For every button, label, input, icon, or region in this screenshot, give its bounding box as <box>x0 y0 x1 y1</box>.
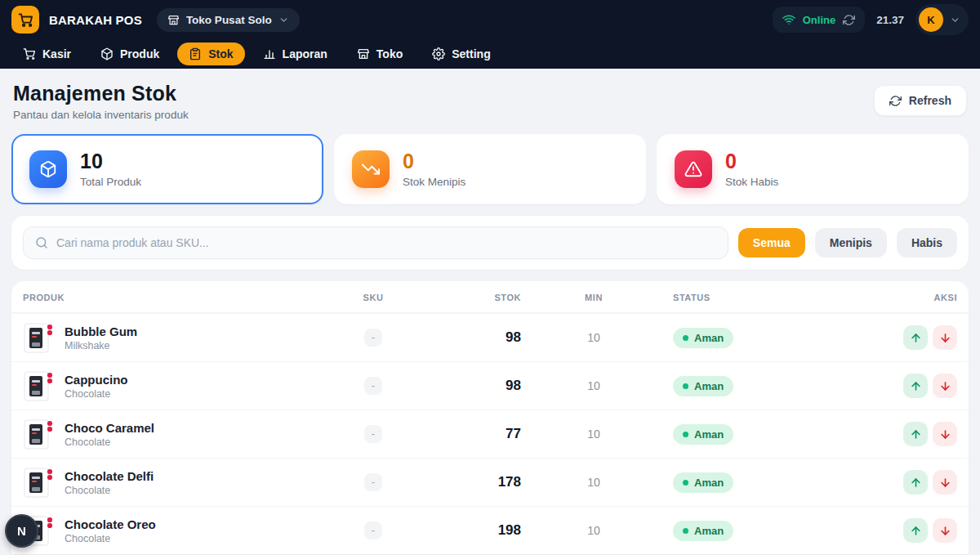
filter-semua-button[interactable]: Semua <box>738 228 805 257</box>
status-dot-icon <box>683 528 688 534</box>
stock-out-button[interactable] <box>933 325 957 350</box>
floating-n-button[interactable]: N <box>5 514 38 548</box>
stock-in-button[interactable] <box>903 325 928 350</box>
store-selector[interactable]: Toko Pusat Solo <box>157 8 300 32</box>
table-row: Chocolate Oreo Chocolate - 198 10 Aman <box>11 506 969 554</box>
filter-menipis-button[interactable]: Menipis <box>815 228 887 257</box>
user-menu[interactable]: K <box>915 4 969 35</box>
stat-value: 0 <box>725 150 778 173</box>
nav-item-produk[interactable]: Produk <box>89 43 171 65</box>
product-thumbnail <box>23 321 54 354</box>
stat-label: Total Produk <box>80 176 141 188</box>
product-name: Chocolate Delfi <box>65 469 154 483</box>
sku-value: - <box>364 329 382 347</box>
search-box[interactable] <box>23 226 728 259</box>
stock-in-button[interactable] <box>903 422 928 446</box>
sku-value: - <box>364 377 382 395</box>
alert-triangle-icon <box>675 150 712 188</box>
stock-value: 98 <box>410 329 532 346</box>
status-dot-icon <box>683 480 688 486</box>
top-header: BARAKAH POS Toko Pusat Solo Online 21.37… <box>0 0 980 39</box>
nav-item-laporan[interactable]: Laporan <box>252 43 339 65</box>
stock-in-button[interactable] <box>903 470 928 495</box>
stock-value: 178 <box>410 474 532 490</box>
stock-out-button[interactable] <box>933 470 957 495</box>
status-badge: Aman <box>673 376 733 396</box>
product-category: Chocolate <box>65 436 154 448</box>
stat-value: 10 <box>80 150 141 173</box>
cart-icon <box>18 12 33 28</box>
refresh-icon <box>889 95 902 107</box>
status-badge: Aman <box>673 472 733 493</box>
page-subtitle: Pantau dan kelola inventaris produk <box>13 109 189 121</box>
stat-card-stok-menipis[interactable]: 0 Stok Menipis <box>334 134 646 204</box>
clock: 21.37 <box>876 14 904 26</box>
col-header-min: MIN <box>532 293 655 302</box>
stock-in-button[interactable] <box>903 518 928 543</box>
nav-label: Toko <box>376 47 403 60</box>
table-header-row: PRODUK SKU STOK MIN STATUS AKSI <box>11 281 969 313</box>
product-thumbnail <box>23 369 54 402</box>
clipboard-icon <box>189 47 202 60</box>
trending-down-icon <box>352 150 390 188</box>
refresh-button[interactable]: Refresh <box>874 85 967 116</box>
sku-value: - <box>364 473 382 491</box>
package-icon <box>100 47 114 60</box>
stock-value: 198 <box>410 522 532 539</box>
min-value: 10 <box>532 524 655 537</box>
stock-value: 77 <box>410 426 532 442</box>
stock-out-button[interactable] <box>933 422 957 446</box>
product-thumbnail <box>23 466 54 499</box>
col-header-sku: SKU <box>336 293 410 302</box>
stat-value: 0 <box>403 150 466 173</box>
stat-card-stok-habis[interactable]: 0 Stok Habis <box>657 134 969 204</box>
chevron-down-icon <box>278 15 289 25</box>
arrow-down-icon <box>939 477 951 489</box>
product-name: Choco Caramel <box>65 421 154 435</box>
sku-value: - <box>364 425 382 443</box>
table-row: Chocolate Delfi Chocolate - 178 10 Aman <box>11 458 969 506</box>
status-dot-icon <box>683 383 688 389</box>
min-value: 10 <box>532 476 655 489</box>
stock-value: 98 <box>410 378 532 394</box>
status-label: Aman <box>694 380 724 392</box>
status-label: Aman <box>694 477 724 489</box>
wifi-icon <box>782 13 795 26</box>
bar-chart-icon <box>263 47 276 60</box>
stock-out-button[interactable] <box>933 374 957 398</box>
min-value: 10 <box>532 427 655 441</box>
stat-label: Stok Habis <box>725 176 778 188</box>
status-badge: Aman <box>673 328 733 348</box>
product-name: Bubble Gum <box>65 324 137 338</box>
col-header-produk: PRODUK <box>23 293 336 302</box>
table-row: Choco Caramel Chocolate - 77 10 Aman <box>11 410 969 458</box>
search-icon <box>35 236 48 249</box>
nav-label: Setting <box>452 47 490 60</box>
status-badge: Aman <box>673 424 733 445</box>
sync-icon[interactable] <box>843 14 855 26</box>
online-status-pill[interactable]: Online <box>773 7 865 33</box>
stat-card-total-produk[interactable]: 10 Total Produk <box>11 134 323 204</box>
stock-in-button[interactable] <box>903 374 928 398</box>
nav-item-kasir[interactable]: Kasir <box>11 43 82 65</box>
nav-item-setting[interactable]: Setting <box>421 43 501 65</box>
filter-habis-button[interactable]: Habis <box>897 228 957 257</box>
status-dot-icon <box>683 432 688 437</box>
product-name: Cappucino <box>65 373 128 387</box>
stat-cards: 10 Total Produk 0 Stok Menipis 0 Stok Ha… <box>11 134 969 204</box>
stock-out-button[interactable] <box>933 518 957 543</box>
product-category: Chocolate <box>65 485 154 496</box>
store-icon <box>357 47 370 60</box>
arrow-up-icon <box>910 525 922 537</box>
search-input[interactable] <box>56 236 716 249</box>
nav-label: Produk <box>120 47 159 60</box>
online-status-label: Online <box>803 14 835 26</box>
main-nav: Kasir Produk Stok Laporan Toko Setting <box>0 39 980 69</box>
chevron-down-icon <box>950 15 960 25</box>
status-label: Aman <box>694 428 724 441</box>
status-dot-icon <box>683 335 688 341</box>
nav-item-toko[interactable]: Toko <box>345 43 414 65</box>
stat-label: Stok Menipis <box>403 176 466 188</box>
nav-item-stok[interactable]: Stok <box>177 43 244 65</box>
status-label: Aman <box>694 525 724 537</box>
